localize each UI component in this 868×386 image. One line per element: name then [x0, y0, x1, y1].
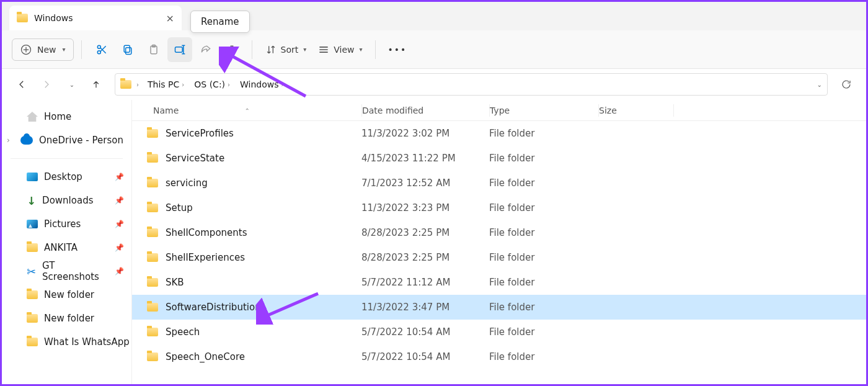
download-icon: ↓	[27, 194, 36, 207]
file-date: 5/7/2022 10:54 AM	[361, 351, 489, 362]
sidebar-item-folder[interactable]: What Is WhatsApp	[2, 330, 131, 354]
folder-icon	[147, 179, 158, 187]
folder-icon	[147, 352, 158, 361]
folder-icon	[27, 338, 38, 346]
paste-button[interactable]	[141, 37, 166, 62]
folder-icon	[27, 314, 38, 323]
folder-icon	[147, 328, 158, 336]
sort-label: Sort	[281, 45, 299, 55]
navigation-row: ⌄ › This PC› OS (C:)› Windows› ⌄	[2, 69, 866, 100]
refresh-button[interactable]	[835, 73, 857, 96]
table-row[interactable]: Speech 5/7/2022 10:54 AM File folder	[132, 320, 866, 344]
svg-rect-7	[175, 47, 182, 52]
paste-icon	[148, 43, 160, 56]
address-bar[interactable]: › This PC› OS (C:)› Windows› ⌄	[115, 73, 828, 96]
desktop-icon	[27, 173, 38, 181]
sort-button[interactable]: Sort ▾	[260, 37, 312, 62]
file-date: 11/3/2022 3:02 PM	[361, 128, 489, 139]
column-name[interactable]: Name ⌃	[132, 105, 361, 115]
breadcrumb[interactable]: This PC›	[144, 77, 188, 92]
svg-rect-3	[125, 47, 131, 54]
sidebar-item-home[interactable]: Home	[2, 105, 131, 128]
view-icon	[317, 43, 330, 56]
table-row[interactable]: ShellComponents 8/28/2023 2:25 PM File f…	[132, 220, 866, 245]
table-row[interactable]: servicing 7/1/2023 12:52 AM File folder	[132, 171, 866, 195]
share-button[interactable]	[193, 37, 218, 62]
file-name: ShellExperiences	[166, 252, 245, 263]
sidebar-item-folder[interactable]: ANKITA 📌	[2, 236, 131, 259]
chevron-down-icon: ▾	[303, 46, 306, 53]
table-row[interactable]: SKB 5/7/2022 11:12 AM File folder	[132, 270, 866, 295]
pin-icon: 📌	[115, 173, 124, 181]
view-button[interactable]: View ▾	[312, 37, 367, 62]
file-name: SKB	[166, 277, 184, 288]
sidebar-item-folder[interactable]: New folder	[2, 307, 131, 330]
pictures-icon	[27, 220, 38, 228]
onedrive-icon	[20, 136, 33, 145]
file-type: File folder	[489, 202, 598, 213]
folder-icon	[27, 243, 38, 252]
file-date: 5/7/2022 10:54 AM	[361, 326, 489, 338]
cut-button[interactable]	[89, 37, 114, 62]
sidebar-item-pictures[interactable]: Pictures 📌	[2, 212, 131, 236]
copy-button[interactable]	[115, 37, 140, 62]
folder-icon	[147, 228, 158, 237]
file-type: File folder	[489, 128, 598, 139]
file-date: 8/28/2023 2:25 PM	[361, 252, 489, 263]
pin-icon: 📌	[115, 196, 124, 205]
table-row[interactable]: Speech_OneCore 5/7/2022 10:54 AM File fo…	[132, 344, 866, 369]
rename-button[interactable]	[167, 37, 192, 62]
breadcrumb[interactable]: Windows›	[236, 77, 288, 92]
table-row[interactable]: ServiceProfiles 11/3/2022 3:02 PM File f…	[132, 121, 866, 146]
file-list: Name ⌃ Date modified Type Size ServicePr…	[132, 100, 866, 384]
sidebar-item-folder[interactable]: New folder	[2, 283, 131, 307]
file-name: SoftwareDistribution	[166, 302, 261, 313]
scissors-icon	[95, 43, 108, 56]
up-button[interactable]	[85, 73, 107, 96]
plus-circle-icon	[20, 43, 32, 56]
folder-icon	[147, 204, 158, 212]
table-row[interactable]: Setup 11/3/2022 3:23 PM File folder	[132, 195, 866, 220]
file-type: File folder	[489, 252, 598, 263]
sidebar-item-onedrive[interactable]: › OneDrive - Person	[2, 128, 131, 152]
forward-button[interactable]	[35, 73, 58, 96]
pin-icon: 📌	[115, 267, 124, 276]
new-button[interactable]: New ▾	[12, 38, 74, 61]
file-type: File folder	[489, 302, 598, 313]
sidebar-item-downloads[interactable]: ↓ Downloads 📌	[2, 189, 131, 212]
file-name: ServiceProfiles	[166, 128, 234, 139]
sidebar-item-folder[interactable]: ✂ GT Screenshots 📌	[2, 259, 131, 283]
folder-icon	[147, 154, 158, 163]
column-date[interactable]: Date modified	[362, 105, 489, 115]
file-type: File folder	[489, 326, 598, 338]
back-button[interactable]	[11, 73, 33, 96]
chevron-down-icon[interactable]: ⌄	[817, 81, 822, 88]
table-row[interactable]: ServiceState 4/15/2023 11:22 PM File fol…	[132, 146, 866, 171]
file-type: File folder	[489, 177, 598, 189]
chevron-right-icon[interactable]: ›	[7, 136, 16, 145]
breadcrumb[interactable]: OS (C:)›	[190, 77, 234, 92]
window-tab[interactable]: Windows ×	[9, 6, 182, 30]
home-icon	[27, 112, 38, 122]
folder-icon	[147, 253, 158, 262]
sidebar-item-desktop[interactable]: Desktop 📌	[2, 165, 131, 189]
pin-icon: 📌	[115, 220, 124, 228]
file-type: File folder	[489, 277, 598, 288]
more-button[interactable]: •••	[383, 37, 412, 62]
file-type: File folder	[489, 351, 598, 362]
file-name: ServiceState	[166, 153, 224, 164]
column-headers: Name ⌃ Date modified Type Size	[132, 100, 866, 121]
column-size[interactable]: Size	[599, 105, 673, 115]
recent-dropdown-icon[interactable]: ⌄	[60, 73, 82, 96]
table-row[interactable]: SoftwareDistribution 11/3/2022 3:47 PM F…	[132, 295, 866, 320]
file-date: 5/7/2022 11:12 AM	[361, 277, 489, 288]
table-row[interactable]: ShellExperiences 8/28/2023 2:25 PM File …	[132, 245, 866, 270]
delete-button[interactable]	[219, 37, 244, 62]
chevron-down-icon: ▾	[360, 46, 363, 53]
toolbar: New ▾ Sort ▾ View ▾ •••	[2, 30, 866, 69]
view-label: View	[334, 45, 354, 55]
close-tab-icon[interactable]: ×	[166, 12, 174, 24]
file-name: Setup	[166, 202, 193, 213]
column-type[interactable]: Type	[490, 105, 598, 115]
file-name: ShellComponents	[166, 227, 247, 238]
